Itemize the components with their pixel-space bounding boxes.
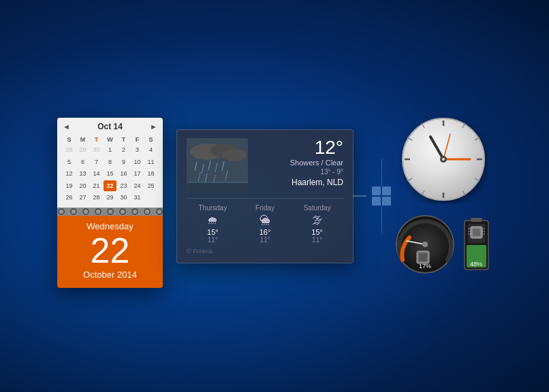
cal-cell[interactable]: 2: [117, 144, 130, 156]
gauges-row: 17% 48%: [394, 214, 492, 278]
win-pane-tr: [382, 186, 391, 195]
weather-widget: 12° Showers / Clear 13° - 9° Haarlem, NL…: [176, 129, 354, 263]
cal-cell[interactable]: 24: [131, 180, 144, 192]
cal-cell[interactable]: 16: [117, 168, 130, 180]
calendar-top: ◄ Oct 14 ► S M T W T F S 28 29 30 1 2 3: [57, 118, 163, 208]
cal-cell[interactable]: 14: [90, 168, 103, 180]
cal-header-sun: S: [63, 135, 76, 144]
spiral-ring: [82, 208, 89, 215]
windows-logo: [372, 186, 391, 206]
svg-point-32: [442, 158, 445, 161]
cal-cell[interactable]: 29: [104, 192, 116, 203]
battery-svg: 48%: [461, 215, 492, 273]
cal-header-wed: W: [104, 135, 116, 144]
cal-header-mon: M: [76, 135, 89, 144]
forecast-low-fri: 11°: [239, 236, 292, 244]
forecast-saturday: Saturday 🌫 15° 11°: [291, 204, 343, 244]
cal-cell[interactable]: 5: [63, 157, 76, 168]
cal-cell[interactable]: 20: [76, 180, 89, 192]
cal-cell[interactable]: 12: [63, 168, 76, 180]
calendar-bottom: Wednesday 22 October 2014: [57, 216, 163, 288]
forecast-icon-thu: 🌧: [187, 214, 239, 227]
svg-point-35: [422, 242, 428, 247]
cal-cell[interactable]: 10: [131, 157, 144, 168]
calendar-next-button[interactable]: ►: [150, 122, 157, 131]
cal-cell[interactable]: 11: [144, 157, 157, 168]
forecast-day-name: Saturday: [291, 204, 343, 212]
cal-cell[interactable]: 9: [117, 157, 130, 168]
weather-location: Haarlem, NLD: [253, 178, 343, 187]
cal-cell[interactable]: 13: [76, 168, 89, 180]
cal-cell[interactable]: 26: [63, 192, 76, 203]
weather-temperature: 12°: [253, 138, 343, 157]
cal-cell: [144, 192, 157, 203]
calendar-widget: ◄ Oct 14 ► S M T W T F S 28 29 30 1 2 3: [57, 118, 163, 288]
cal-cell[interactable]: 30: [90, 144, 103, 156]
forecast-icon-sat: 🌫: [291, 214, 343, 227]
calendar-prev-button[interactable]: ◄: [63, 122, 70, 131]
svg-rect-45: [473, 229, 480, 236]
cal-cell[interactable]: 3: [131, 144, 144, 156]
forecast-day-name: Friday: [239, 204, 292, 212]
battery-gauge: 48%: [461, 215, 492, 276]
cal-header-fri: F: [131, 135, 144, 144]
spiral-ring: [95, 208, 101, 215]
cal-cell[interactable]: 17: [131, 168, 144, 180]
connector-line-top: [381, 159, 382, 186]
weather-range: 13° - 9°: [253, 168, 343, 176]
cal-cell-today[interactable]: 22: [104, 180, 116, 192]
cal-header-thu: T: [117, 135, 130, 144]
forecast-high-fri: 16°: [239, 228, 292, 236]
calendar-spiral: [57, 208, 163, 216]
forecast-high-sat: 15°: [291, 228, 343, 236]
windows-logo-area: [372, 159, 391, 233]
weather-info: 12° Showers / Clear 13° - 9° Haarlem, NL…: [248, 138, 343, 187]
svg-text:17%: 17%: [419, 263, 431, 270]
spiral-ring: [119, 208, 126, 215]
svg-point-3: [222, 149, 247, 161]
cal-cell[interactable]: 8: [104, 157, 116, 168]
svg-rect-42: [471, 218, 482, 222]
cal-cell[interactable]: 18: [144, 168, 157, 180]
rain-svg: [187, 138, 248, 193]
cal-cell[interactable]: 21: [90, 180, 103, 192]
forecast-low-thu: 11°: [187, 236, 239, 244]
cal-cell[interactable]: 1: [104, 144, 116, 156]
win-pane-br: [382, 197, 391, 206]
forecast-high-thu: 15°: [187, 228, 239, 236]
svg-rect-37: [419, 253, 427, 261]
cal-header-sat: S: [144, 135, 157, 144]
forecast-friday: Friday 🌦 16° 11°: [239, 204, 292, 244]
calendar-month-full: October 2014: [61, 270, 159, 280]
cal-cell[interactable]: 28: [90, 192, 103, 203]
spiral-ring: [156, 208, 163, 215]
clock-widget: [399, 115, 488, 203]
weather-forecast: Thursday 🌧 15° 11° Friday 🌦 16° 11° Satu…: [187, 198, 343, 244]
speedometer-svg: 17%: [394, 214, 456, 275]
right-widgets: 17% 48%: [394, 115, 492, 278]
cal-cell[interactable]: 25: [144, 180, 157, 192]
cal-cell[interactable]: 15: [104, 168, 116, 180]
svg-rect-13: [187, 182, 248, 193]
cal-cell[interactable]: 4: [144, 144, 157, 156]
cal-cell[interactable]: 23: [117, 180, 130, 192]
weather-widget-wrapper: 12° Showers / Clear 13° - 9° Haarlem, NL…: [176, 129, 354, 263]
cal-cell[interactable]: 7: [90, 157, 103, 168]
cal-cell[interactable]: 29: [76, 144, 89, 156]
cal-cell[interactable]: 28: [63, 144, 76, 156]
spiral-ring: [107, 208, 114, 215]
cal-cell[interactable]: 27: [76, 192, 89, 203]
cal-cell[interactable]: 19: [63, 180, 76, 192]
spiral-ring: [144, 208, 151, 215]
cal-cell[interactable]: 6: [76, 157, 89, 168]
cal-cell[interactable]: 30: [117, 192, 130, 203]
cal-header-tue: T: [90, 135, 103, 144]
svg-text:48%: 48%: [470, 261, 482, 267]
connector-line-bottom: [381, 206, 382, 233]
forecast-low-sat: 11°: [291, 236, 343, 244]
speedometer-gauge: 17%: [394, 214, 456, 278]
cal-cell[interactable]: 31: [131, 192, 144, 203]
forecast-icon-fri: 🌦: [239, 214, 292, 227]
weather-image: [187, 138, 248, 193]
calendar-grid: S M T W T F S 28 29 30 1 2 3 4 5 6 7 8: [63, 135, 157, 203]
